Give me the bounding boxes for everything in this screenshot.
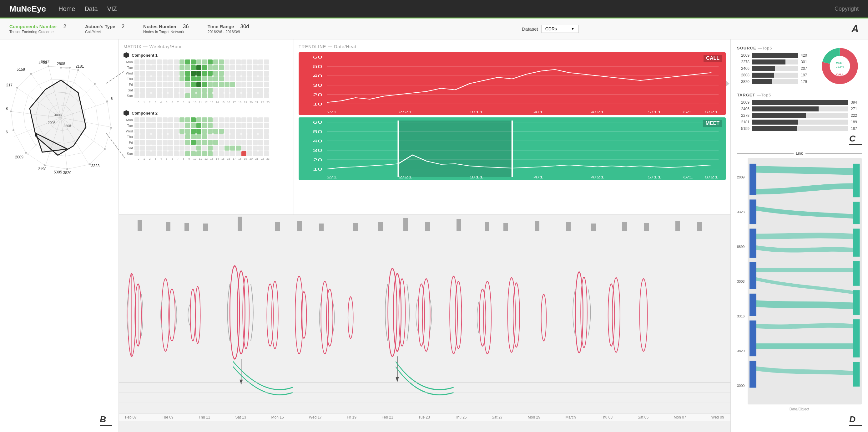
svg-point-144: [388, 268, 397, 356]
center-top: MATRIX — Weekday/Hour Component 1 Mon Tu…: [119, 39, 731, 215]
svg-point-130: [190, 289, 195, 341]
hex-icon-1: [124, 52, 129, 58]
svg-point-33: [30, 73, 32, 75]
svg-rect-119: [591, 224, 596, 231]
svg-rect-184: [853, 319, 860, 357]
svg-point-22: [94, 83, 96, 85]
matrix-grid-1: Mon Tue Wed Thu Fri Sat Sun: [124, 59, 289, 98]
sankey-node-2009: 2009: [737, 175, 744, 179]
component2-label: Component 2: [124, 110, 289, 116]
svg-text:2217: 2217: [6, 83, 12, 87]
brand-logo: MuNeEye: [9, 4, 46, 14]
svg-rect-173: [750, 199, 757, 224]
svg-text:21.3%: 21.3%: [836, 65, 844, 68]
svg-rect-110: [353, 223, 358, 231]
tl-feb21: Feb 21: [381, 415, 393, 420]
time-label: Time Range: [208, 24, 234, 29]
gray-bars-svg: [128, 217, 721, 232]
tl-sat05: Sat 05: [638, 415, 649, 420]
svg-point-132: [230, 266, 240, 359]
components-sub: Tensor Factoring Outcome: [9, 30, 66, 34]
dataset-dropdown[interactable]: CDRs ▼: [541, 25, 579, 33]
svg-text:60: 60: [313, 55, 322, 59]
svg-text:2/21: 2/21: [398, 176, 412, 179]
svg-point-146: [399, 279, 406, 346]
svg-rect-177: [750, 321, 757, 356]
svg-point-29: [25, 152, 27, 154]
svg-text:2406: 2406: [6, 130, 8, 134]
svg-point-162: [640, 279, 648, 351]
dataset-value: CDRs: [545, 26, 557, 31]
svg-rect-108: [297, 221, 302, 231]
center-panel: MATRIX — Weekday/Hour Component 1 Mon Tu…: [119, 39, 731, 432]
svg-point-161: [612, 278, 620, 352]
svg-text:2406: 2406: [38, 60, 47, 65]
trendline-title: TRENDLINE — Date/Heat: [299, 44, 726, 49]
source-section: SOURCE —Top5 2009 420 2278 301: [737, 46, 812, 86]
svg-text:2009: 2009: [15, 155, 24, 159]
sankey-container: 2009 3323 8899 3003 3316 3820 3000: [737, 158, 862, 404]
svg-point-138: [272, 282, 278, 349]
svg-point-142: [327, 289, 333, 346]
svg-text:3820: 3820: [63, 171, 72, 175]
svg-point-30: [12, 129, 14, 131]
time-row: Time Range 30d: [208, 24, 249, 30]
tl-tue09: Tue 09: [162, 415, 174, 420]
component1-label: Component 1: [124, 52, 289, 58]
svg-text:40: 40: [313, 74, 322, 78]
svg-text:5/11: 5/11: [648, 111, 661, 114]
svg-point-134: [243, 276, 249, 348]
center-bottom: Feb 07 Tue 09 Thu 11 Sat 13 Mon 15 Wed 1…: [119, 215, 731, 432]
svg-point-27: [66, 168, 68, 170]
source-title: SOURCE —Top5: [737, 46, 812, 50]
navbar-left: MuNeEye Home Data VIZ: [9, 4, 117, 14]
svg-point-131: [195, 286, 200, 343]
trendline-call-chart: CALL 60 50 40 30 20 10: [299, 52, 726, 115]
nav-data[interactable]: Data: [85, 5, 98, 12]
svg-point-149: [418, 284, 425, 346]
svg-text:2/1: 2/1: [327, 176, 337, 179]
svg-rect-102: [137, 220, 142, 231]
tl-fri19: Fri 19: [347, 415, 356, 420]
svg-text:2278: 2278: [6, 107, 8, 111]
panel-c-label: C: [849, 134, 862, 145]
svg-point-128: [162, 279, 169, 351]
svg-point-24: [110, 127, 112, 129]
time-value: 30d: [240, 24, 249, 30]
matrix-title: MATRIX — Weekday/Hour: [124, 44, 289, 49]
svg-rect-114: [457, 219, 461, 231]
trendline-section: TRENDLINE — Date/Heat CALL 60 50 40 30 2…: [294, 39, 731, 214]
svg-rect-113: [425, 222, 430, 231]
svg-rect-117: [535, 221, 539, 231]
svg-point-28: [44, 164, 45, 166]
sankey-node-labels: 2009 3323 8899 3003 3316 3820 3000: [737, 158, 744, 404]
panel-d-container: D: [737, 414, 862, 426]
matrix-section: MATRIX — Weekday/Hour Component 1 Mon Tu…: [119, 39, 294, 214]
tl-wed09: Wed 09: [711, 415, 724, 420]
components-value: 2: [63, 24, 66, 30]
meet-label: MEET: [703, 120, 722, 127]
svg-rect-107: [275, 222, 280, 231]
nav-links: Home Data VIZ: [59, 5, 117, 12]
svg-rect-104: [184, 223, 189, 231]
nav-home[interactable]: Home: [59, 5, 75, 12]
spider-panel: 2808 2181 5662 8899 3316 3000 3323 3820 …: [0, 39, 119, 432]
dropdown-arrow-icon: ▼: [571, 27, 575, 31]
sankey-node-3316: 3316: [737, 314, 744, 318]
nav-viz[interactable]: VIZ: [107, 5, 117, 12]
call-label: CALL: [704, 55, 722, 62]
tl-feb07: Feb 07: [125, 415, 137, 420]
nodes-item: Nodes Number 36 Nodes in Target Network: [143, 24, 189, 34]
actions-item: Action's Type 2 Call/Meet: [85, 24, 124, 34]
svg-text:5/11: 5/11: [648, 176, 661, 179]
sankey-node-3000: 3000: [737, 384, 744, 387]
svg-text:4/21: 4/21: [590, 176, 604, 179]
svg-point-21: [77, 69, 79, 71]
svg-text:6/21: 6/21: [705, 111, 718, 114]
tl-thu11: Thu 11: [198, 415, 210, 420]
svg-rect-111: [378, 222, 383, 231]
svg-text:2198: 2198: [38, 167, 46, 171]
svg-rect-172: [750, 164, 757, 195]
hex-icon-2: [124, 110, 129, 116]
actions-sub: Call/Meet: [85, 30, 124, 34]
